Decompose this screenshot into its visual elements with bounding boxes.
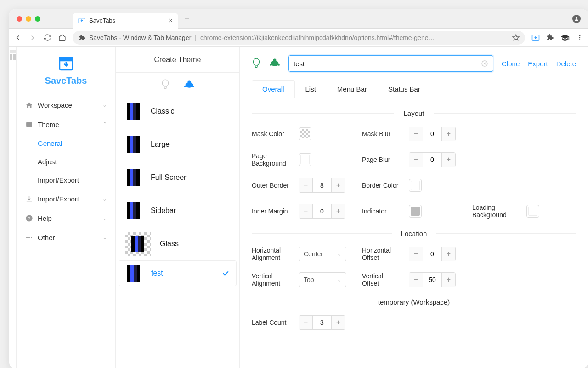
- menu-icon[interactable]: [576, 34, 583, 41]
- decrement-button[interactable]: −: [409, 247, 423, 261]
- inner-margin-input[interactable]: [312, 204, 332, 218]
- sidebar-item-help[interactable]: ? Help ⌄: [17, 208, 115, 228]
- tab-statusbar[interactable]: Status Bar: [378, 80, 431, 98]
- nav-label: Workspace: [38, 101, 72, 109]
- increment-button[interactable]: +: [332, 178, 345, 192]
- tab-list[interactable]: List: [295, 80, 327, 98]
- clear-icon[interactable]: [481, 60, 488, 67]
- sidebar-item-workspace[interactable]: Workspace ⌄: [17, 95, 115, 115]
- sidebar-sub-import-export[interactable]: Import/Export: [17, 171, 115, 189]
- outer-border-input[interactable]: [312, 178, 332, 192]
- increment-button[interactable]: +: [442, 127, 455, 141]
- svg-rect-10: [13, 54, 16, 57]
- increment-button[interactable]: +: [442, 247, 455, 261]
- v-offset-stepper[interactable]: −+: [409, 272, 456, 287]
- label-count-input[interactable]: [312, 316, 332, 329]
- more-icon: [25, 233, 33, 242]
- extensions-icon[interactable]: [546, 34, 554, 41]
- theme-name-input[interactable]: [288, 55, 493, 72]
- decrement-button[interactable]: −: [299, 178, 312, 192]
- page-blur-stepper[interactable]: −+: [409, 152, 456, 167]
- theme-item-classic[interactable]: Classic: [116, 95, 239, 128]
- svg-point-30: [277, 64, 280, 65]
- export-button[interactable]: Export: [528, 60, 548, 68]
- back-button[interactable]: [14, 34, 22, 42]
- h-align-select[interactable]: Center⌄: [299, 247, 346, 261]
- forward-button[interactable]: [28, 34, 37, 42]
- v-offset-input[interactable]: [423, 273, 442, 287]
- turtle-icon[interactable]: [184, 79, 195, 89]
- page-blur-input[interactable]: [423, 153, 442, 167]
- profile-avatar[interactable]: [572, 15, 581, 23]
- sidebar-sub-adjust[interactable]: Adjust: [17, 152, 115, 171]
- sidebar-item-theme[interactable]: Theme ⌃: [17, 115, 115, 134]
- mask-color-picker[interactable]: [299, 127, 311, 140]
- home-button[interactable]: [58, 34, 66, 42]
- label-count-stepper[interactable]: −+: [299, 315, 345, 330]
- browser-tab[interactable]: SaveTabs ×: [73, 13, 178, 29]
- h-offset-stepper[interactable]: −+: [409, 247, 456, 261]
- sidebar-item-other[interactable]: Other ⌄: [17, 228, 115, 247]
- increment-button[interactable]: +: [332, 204, 345, 218]
- delete-button[interactable]: Delete: [556, 60, 576, 68]
- maximize-window[interactable]: [35, 16, 40, 22]
- decrement-button[interactable]: −: [299, 316, 312, 329]
- app-name: SaveTabs: [45, 75, 87, 86]
- clone-button[interactable]: Clone: [502, 60, 520, 68]
- reload-button[interactable]: [43, 34, 51, 42]
- decrement-button[interactable]: −: [409, 153, 423, 167]
- decrement-button[interactable]: −: [299, 204, 312, 218]
- theme-item-fullscreen[interactable]: Full Screen: [116, 161, 239, 194]
- page-bg-picker[interactable]: [299, 153, 311, 166]
- mask-blur-stepper[interactable]: −+: [409, 126, 456, 141]
- savetabs-ext-icon[interactable]: [531, 34, 540, 42]
- tab-menubar[interactable]: Menu Bar: [327, 80, 378, 98]
- theme-item-glass[interactable]: Glass: [116, 227, 239, 260]
- increment-button[interactable]: +: [442, 153, 455, 167]
- increment-button[interactable]: +: [442, 273, 455, 287]
- star-icon[interactable]: [512, 34, 520, 41]
- theme-item-large[interactable]: Large: [116, 128, 239, 161]
- theme-item-test[interactable]: test: [119, 260, 237, 286]
- savetabs-logo-icon: [58, 56, 74, 72]
- theme-name: Classic: [151, 107, 175, 115]
- graduation-icon[interactable]: [560, 33, 570, 42]
- loading-bg-picker[interactable]: [526, 205, 539, 218]
- theme-name: Full Screen: [151, 173, 188, 182]
- balloon-icon[interactable]: [161, 79, 170, 90]
- balloon-icon[interactable]: [252, 58, 261, 69]
- address-bar[interactable]: SaveTabs - Window & Tab Manager | chrome…: [73, 31, 525, 45]
- new-tab-button[interactable]: +: [185, 14, 190, 23]
- drag-handle[interactable]: [9, 47, 17, 368]
- decrement-button[interactable]: −: [409, 127, 423, 141]
- sidebar-sub-general[interactable]: General: [17, 134, 115, 152]
- inner-margin-label: Inner Margin: [252, 207, 290, 215]
- indicator-label: Indicator: [362, 207, 401, 215]
- svg-point-28: [273, 58, 277, 62]
- v-align-select[interactable]: Top⌄: [299, 272, 346, 287]
- theme-name: Large: [151, 140, 170, 149]
- tab-overall[interactable]: Overall: [252, 80, 295, 98]
- h-offset-label: Horizontal Offset: [362, 247, 401, 261]
- decrement-button[interactable]: −: [409, 273, 423, 287]
- minimize-window[interactable]: [26, 16, 31, 22]
- editor-tabs: Overall List Menu Bar Status Bar: [252, 80, 576, 98]
- address-separator: |: [195, 34, 197, 41]
- mask-blur-input[interactable]: [423, 127, 442, 141]
- turtle-icon[interactable]: [269, 58, 280, 68]
- sidebar-item-import-export[interactable]: Import/Export ⌄: [17, 189, 115, 208]
- theme-item-sidebar[interactable]: Sidebar: [116, 194, 239, 227]
- close-window[interactable]: [17, 16, 22, 22]
- indicator-picker[interactable]: [409, 205, 422, 218]
- app-content: SaveTabs Workspace ⌄ Theme ⌃ General Adj…: [9, 47, 588, 368]
- svg-point-23: [187, 80, 191, 83]
- h-offset-input[interactable]: [423, 247, 442, 261]
- increment-button[interactable]: +: [332, 316, 345, 329]
- section-layout-title: Layout: [252, 109, 576, 117]
- theme-name-field[interactable]: [294, 60, 481, 68]
- border-color-picker[interactable]: [409, 179, 422, 192]
- chevron-down-icon: ⌄: [102, 196, 107, 202]
- inner-margin-stepper[interactable]: −+: [299, 204, 345, 218]
- outer-border-stepper[interactable]: −+: [299, 178, 345, 193]
- close-tab-icon[interactable]: ×: [169, 17, 173, 25]
